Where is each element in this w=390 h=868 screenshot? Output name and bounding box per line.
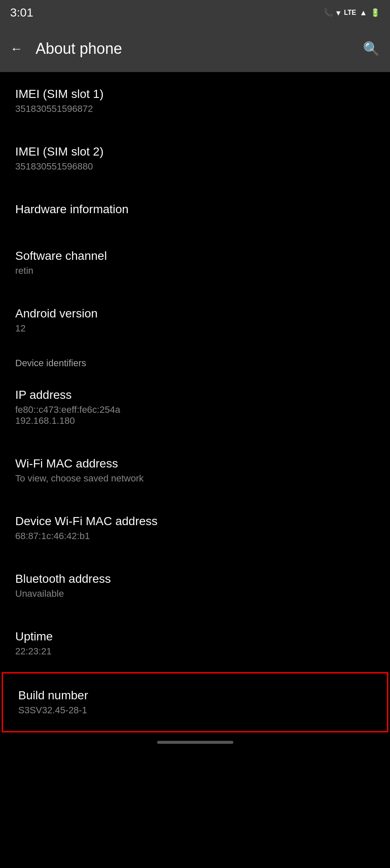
back-button[interactable]: ← [10, 42, 23, 55]
list-item-uptime[interactable]: Uptime 22:23:21 [0, 615, 390, 672]
content: IMEI (SIM slot 1) 351830551596872 IMEI (… [0, 72, 390, 732]
list-item-android-version[interactable]: Android version 12 [0, 292, 390, 349]
lte-badge: LTE [344, 9, 356, 17]
search-button[interactable]: 🔍 [363, 41, 380, 57]
section-header-device-identifiers: Device identifiers [0, 349, 390, 373]
item-subtitle-device-wifi-mac: 68:87:1c:46:42:b1 [15, 531, 375, 542]
item-subtitle-imei2: 351830551596880 [15, 161, 375, 172]
battery-icon: 🔋 [371, 8, 380, 17]
status-bar: 3:01 📞 ▾ LTE ▲ 🔋 [0, 0, 390, 25]
page-title: About phone [36, 40, 122, 58]
item-subtitle-software-channel: retin [15, 265, 375, 276]
home-indicator [0, 732, 390, 752]
item-title-hardware: Hardware information [15, 203, 375, 216]
wifi-icon: ▾ [336, 8, 340, 18]
item-subtitle-wifi-mac: To view, choose saved network [15, 473, 375, 484]
list-item-wifi-mac[interactable]: Wi-Fi MAC address To view, choose saved … [0, 442, 390, 499]
list-item-build-number[interactable]: Build number S3SV32.45-28-1 [2, 672, 388, 732]
list-item-software-channel[interactable]: Software channel retin [0, 234, 390, 292]
item-title-software-channel: Software channel [15, 249, 375, 263]
item-title-imei1: IMEI (SIM slot 1) [15, 87, 375, 101]
item-subtitle-ip-address: fe80::c473:eeff:fe6c:254a192.168.1.180 [15, 404, 375, 426]
item-subtitle-android-version: 12 [15, 323, 375, 334]
item-title-bluetooth: Bluetooth address [15, 572, 375, 586]
phone-signal-icon: 📞 [324, 8, 333, 17]
item-title-build-number: Build number [18, 689, 372, 702]
list-item-ip-address[interactable]: IP address fe80::c473:eeff:fe6c:254a192.… [0, 373, 390, 442]
item-subtitle-imei1: 351830551596872 [15, 103, 375, 114]
home-bar [157, 741, 233, 744]
item-title-ip-address: IP address [15, 388, 375, 402]
item-subtitle-uptime: 22:23:21 [15, 646, 375, 657]
list-item-imei1[interactable]: IMEI (SIM slot 1) 351830551596872 [0, 72, 390, 130]
item-title-android-version: Android version [15, 307, 375, 320]
item-title-imei2: IMEI (SIM slot 2) [15, 145, 375, 159]
item-title-wifi-mac: Wi-Fi MAC address [15, 457, 375, 470]
item-title-uptime: Uptime [15, 630, 375, 643]
status-icons: 📞 ▾ LTE ▲ 🔋 [324, 8, 380, 18]
item-title-device-wifi-mac: Device Wi-Fi MAC address [15, 515, 375, 528]
toolbar: ← About phone 🔍 [0, 25, 390, 72]
toolbar-left: ← About phone [10, 40, 122, 58]
signal-strength-icon: ▲ [360, 8, 367, 17]
item-subtitle-build-number: S3SV32.45-28-1 [18, 705, 372, 716]
list-item-bluetooth[interactable]: Bluetooth address Unavailable [0, 557, 390, 615]
list-item-device-wifi-mac[interactable]: Device Wi-Fi MAC address 68:87:1c:46:42:… [0, 499, 390, 557]
item-subtitle-bluetooth: Unavailable [15, 588, 375, 599]
list-item-hardware[interactable]: Hardware information [0, 187, 390, 234]
list-item-imei2[interactable]: IMEI (SIM slot 2) 351830551596880 [0, 130, 390, 187]
status-time: 3:01 [10, 6, 33, 19]
section-header-label: Device identifiers [15, 358, 86, 368]
